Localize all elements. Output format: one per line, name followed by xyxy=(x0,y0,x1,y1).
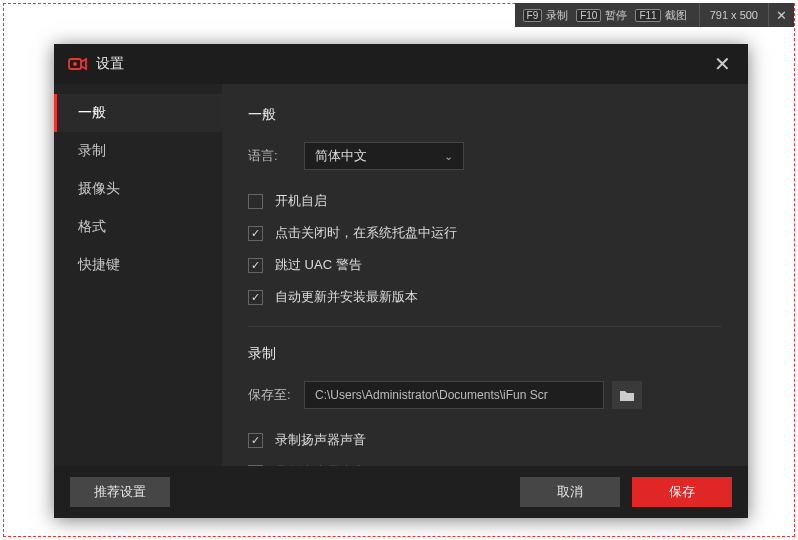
dialog-footer: 推荐设置 取消 保存 xyxy=(54,466,748,518)
check-speaker-label: 录制扬声器声音 xyxy=(275,431,366,449)
dimensions-readout: 791 x 500 xyxy=(699,3,768,27)
check-uac-row: 跳过 UAC 警告 xyxy=(248,256,722,274)
settings-sidebar: 一般 录制 摄像头 格式 快捷键 xyxy=(54,84,222,466)
hotkey-f9-label: 录制 xyxy=(546,8,568,23)
sidebar-item-format[interactable]: 格式 xyxy=(54,208,222,246)
close-icon[interactable]: ✕ xyxy=(710,52,734,76)
settings-dialog: 设置 ✕ 一般 录制 摄像头 格式 快捷键 一般 语言: 简体中文 ⌄ 开机 xyxy=(54,44,748,518)
hotkey-f9: F9 xyxy=(523,9,543,22)
dialog-body: 一般 录制 摄像头 格式 快捷键 一般 语言: 简体中文 ⌄ 开机自启 xyxy=(54,84,748,466)
check-tray[interactable] xyxy=(248,226,263,241)
save-path-row: 保存至: C:\Users\Administrator\Documents\iF… xyxy=(248,381,722,409)
dialog-title: 设置 xyxy=(96,55,124,73)
sidebar-item-general[interactable]: 一般 xyxy=(54,94,222,132)
language-label: 语言: xyxy=(248,147,304,165)
section-general-title: 一般 xyxy=(248,106,722,124)
recommend-settings-button[interactable]: 推荐设置 xyxy=(70,477,170,507)
hotkey-f11: F11 xyxy=(635,9,660,22)
check-speaker[interactable] xyxy=(248,433,263,448)
check-update-row: 自动更新并安装最新版本 xyxy=(248,288,722,306)
check-update-label: 自动更新并安装最新版本 xyxy=(275,288,418,306)
hotkey-f10-label: 暂停 xyxy=(605,8,627,23)
svg-point-1 xyxy=(73,62,77,66)
save-path-label: 保存至: xyxy=(248,386,304,404)
check-tray-row: 点击关闭时，在系统托盘中运行 xyxy=(248,224,722,242)
check-startup-label: 开机自启 xyxy=(275,192,327,210)
cancel-button[interactable]: 取消 xyxy=(520,477,620,507)
toolbar-close-icon[interactable]: ✕ xyxy=(768,3,794,27)
check-update[interactable] xyxy=(248,290,263,305)
folder-icon xyxy=(619,389,635,402)
browse-folder-button[interactable] xyxy=(612,381,642,409)
hotkey-strip: F9 录制 F10 暂停 F11 截图 xyxy=(515,3,699,27)
settings-content: 一般 语言: 简体中文 ⌄ 开机自启 点击关闭时，在系统托盘中运行 跳过 UAC… xyxy=(222,84,748,466)
section-record-title: 录制 xyxy=(248,345,722,363)
chevron-down-icon: ⌄ xyxy=(444,150,453,163)
dialog-header: 设置 ✕ xyxy=(54,44,748,84)
check-tray-label: 点击关闭时，在系统托盘中运行 xyxy=(275,224,457,242)
hotkey-f11-label: 截图 xyxy=(665,8,687,23)
language-row: 语言: 简体中文 ⌄ xyxy=(248,142,722,170)
check-speaker-row: 录制扬声器声音 xyxy=(248,431,722,449)
save-button[interactable]: 保存 xyxy=(632,477,732,507)
sidebar-item-hotkeys[interactable]: 快捷键 xyxy=(54,246,222,284)
app-logo-icon xyxy=(68,57,88,71)
check-startup[interactable] xyxy=(248,194,263,209)
section-divider xyxy=(248,326,722,327)
sidebar-item-camera[interactable]: 摄像头 xyxy=(54,170,222,208)
check-startup-row: 开机自启 xyxy=(248,192,722,210)
sidebar-item-record[interactable]: 录制 xyxy=(54,132,222,170)
check-uac-label: 跳过 UAC 警告 xyxy=(275,256,362,274)
language-select[interactable]: 简体中文 ⌄ xyxy=(304,142,464,170)
capture-toolbar: F9 录制 F10 暂停 F11 截图 791 x 500 ✕ xyxy=(515,3,794,27)
hotkey-f10: F10 xyxy=(576,9,601,22)
check-uac[interactable] xyxy=(248,258,263,273)
save-path-input[interactable]: C:\Users\Administrator\Documents\iFun Sc… xyxy=(304,381,604,409)
language-value: 简体中文 xyxy=(315,147,367,165)
